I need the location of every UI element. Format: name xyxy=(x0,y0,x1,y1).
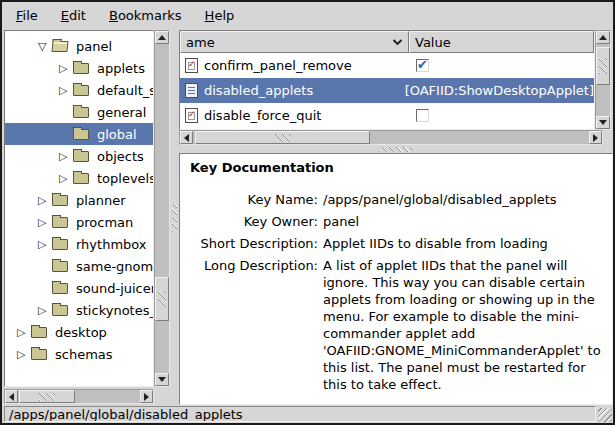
tree-item-sound-juicer[interactable]: sound-juicer xyxy=(5,277,153,299)
tree-horizontal-scrollbar[interactable] xyxy=(4,389,154,404)
scroll-up-button[interactable] xyxy=(596,31,610,44)
tree-item-panel[interactable]: ▽ panel xyxy=(5,35,153,57)
expander-expanded-icon[interactable]: ▽ xyxy=(38,41,52,52)
tree-item-global[interactable]: global xyxy=(5,123,153,145)
tree-item-toplevels[interactable]: ▷ toplevels xyxy=(5,167,153,189)
checkbox-checked[interactable]: ✔ xyxy=(416,59,429,72)
key-name-label: disabled_applets xyxy=(204,83,313,98)
expander-collapsed-icon[interactable]: ▷ xyxy=(59,173,73,184)
keylist-vertical-scrollbar[interactable] xyxy=(595,30,611,130)
menu-bookmarks[interactable]: Bookmarks xyxy=(100,4,191,27)
tree-item-label: panel xyxy=(73,38,115,55)
tree-item-stickynotes[interactable]: ▷ stickynotes_ xyxy=(5,299,153,321)
expander-collapsed-icon[interactable]: ▷ xyxy=(59,151,73,162)
key-list: ame Value ✓ confirm_panel_remove ✔ disab… xyxy=(179,30,595,130)
arrow-right-icon xyxy=(593,134,602,142)
keylist-horizontal-scrollbar[interactable] xyxy=(179,130,603,145)
column-header-label: ame xyxy=(186,35,215,50)
menu-edit[interactable]: Edit xyxy=(52,4,95,27)
keylist-row-disabled-applets[interactable]: disabled_applets [OAFIID:ShowDesktopAppl… xyxy=(180,78,594,103)
expander-collapsed-icon[interactable]: ▷ xyxy=(59,85,73,96)
doc-key-name-value: /apps/panel/global/disabled_applets xyxy=(323,191,602,208)
tree-item-planner[interactable]: ▷ planner xyxy=(5,189,153,211)
expander-collapsed-icon[interactable]: ▷ xyxy=(17,349,31,360)
tree-item-label: default_se xyxy=(94,82,154,99)
docs-title: Key Documentation xyxy=(190,160,602,175)
key-name-cell: ✓ disable_force_quit xyxy=(180,108,409,123)
thumb-grip-icon xyxy=(39,393,55,401)
folder-icon xyxy=(73,85,89,96)
tree-item-label: procman xyxy=(73,214,136,231)
scrollbar-thumb[interactable] xyxy=(19,390,75,403)
scroll-down-button[interactable] xyxy=(155,373,169,386)
tree-item-procman[interactable]: ▷ procman xyxy=(5,211,153,233)
tree-item-desktop[interactable]: ▷ desktop xyxy=(5,321,153,343)
tree-item-default-setup[interactable]: ▷ default_se xyxy=(5,79,153,101)
pane-splitter-vertical[interactable] xyxy=(170,30,179,405)
column-header-name[interactable]: ame xyxy=(180,31,409,53)
key-value-cell: ✔ xyxy=(409,59,594,72)
boolean-key-icon: ✓ xyxy=(185,108,198,123)
tree-item-label: objects xyxy=(94,148,147,165)
scrollbar-thumb[interactable] xyxy=(195,131,370,144)
key-name-label: disable_force_quit xyxy=(204,108,321,123)
folder-icon xyxy=(73,129,89,140)
scrollbar-thumb[interactable] xyxy=(596,47,610,85)
menu-file[interactable]: File xyxy=(7,4,47,27)
doc-field-label: Long Description: xyxy=(190,257,318,393)
column-header-value[interactable]: Value xyxy=(409,31,594,53)
pane-splitter-horizontal[interactable] xyxy=(179,145,613,153)
thumb-grip-icon xyxy=(158,291,166,307)
folder-icon xyxy=(52,305,68,316)
tree-item-label: planner xyxy=(73,192,129,209)
scrollbar-thumb[interactable] xyxy=(155,277,169,321)
expander-collapsed-icon[interactable]: ▷ xyxy=(38,239,52,250)
tree-item-general[interactable]: general xyxy=(5,101,153,123)
arrow-left-icon xyxy=(180,134,189,142)
scroll-left-button[interactable] xyxy=(5,390,18,403)
boolean-key-icon: ✓ xyxy=(185,58,198,73)
doc-field-label: Key Name: xyxy=(190,191,318,208)
scroll-right-button[interactable] xyxy=(140,390,153,403)
expander-collapsed-icon[interactable]: ▷ xyxy=(38,217,52,228)
column-header-label: Value xyxy=(415,35,451,50)
scroll-down-button[interactable] xyxy=(596,116,610,129)
arrow-up-icon xyxy=(599,31,607,40)
key-name-label: confirm_panel_remove xyxy=(204,58,352,73)
tree-item-schemas[interactable]: ▷ schemas xyxy=(5,343,153,365)
doc-short-description-value: Applet IIDs to disable from loading xyxy=(323,235,602,252)
doc-field-label: Key Owner: xyxy=(190,213,318,230)
folder-icon xyxy=(73,63,89,74)
tree-vertical-scrollbar[interactable] xyxy=(154,30,170,387)
scroll-right-button[interactable] xyxy=(589,131,602,144)
keylist-row-confirm-panel-remove[interactable]: ✓ confirm_panel_remove ✔ xyxy=(180,53,594,78)
tree-item-rhythmbox[interactable]: ▷ rhythmbox xyxy=(5,233,153,255)
folder-icon xyxy=(52,239,68,250)
expander-collapsed-icon[interactable]: ▷ xyxy=(59,63,73,74)
key-value-cell: [OAFIID:ShowDesktopApplet] xyxy=(398,83,594,98)
arrow-up-icon xyxy=(158,31,166,40)
tree-item-label: sound-juicer xyxy=(73,280,154,297)
splitter-grip-icon xyxy=(379,147,413,152)
tree-item-label: toplevels xyxy=(94,170,154,187)
scroll-left-button[interactable] xyxy=(180,131,193,144)
key-name-cell: disabled_applets xyxy=(180,83,398,98)
tree-item-objects[interactable]: ▷ objects xyxy=(5,145,153,167)
checkbox-unchecked[interactable] xyxy=(416,109,429,122)
expander-collapsed-icon[interactable]: ▷ xyxy=(17,327,31,338)
scroll-up-button[interactable] xyxy=(155,31,169,44)
tree-item-applets[interactable]: ▷ applets xyxy=(5,57,153,79)
menu-help[interactable]: Help xyxy=(196,4,244,27)
arrow-right-icon xyxy=(144,393,153,401)
doc-field-label: Short Description: xyxy=(190,235,318,252)
folder-icon xyxy=(52,283,68,294)
expander-collapsed-icon[interactable]: ▷ xyxy=(38,195,52,206)
list-key-icon xyxy=(185,83,198,98)
statusbar-text: /apps/panel/global/disabled_applets xyxy=(9,407,243,422)
arrow-left-icon xyxy=(5,393,14,401)
window-resize-grip-icon[interactable] xyxy=(598,408,612,422)
tree-item-same-gnome[interactable]: same-gnome xyxy=(5,255,153,277)
expander-collapsed-icon[interactable]: ▷ xyxy=(38,305,52,316)
keylist-row-disable-force-quit[interactable]: ✓ disable_force_quit xyxy=(180,103,594,128)
folder-icon xyxy=(52,217,68,228)
